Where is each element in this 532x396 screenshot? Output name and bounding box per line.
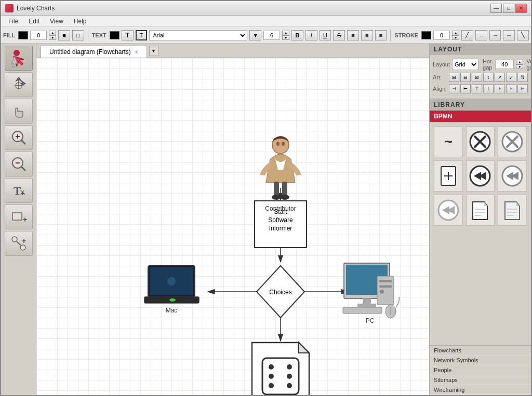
text-T-btn[interactable]: T <box>122 30 134 40</box>
bold-btn[interactable]: B <box>291 30 303 40</box>
start-text3: Informer <box>269 225 292 232</box>
arr-icon1[interactable]: ⊞ <box>449 73 459 82</box>
stroke-style1[interactable]: ╱ <box>461 30 473 40</box>
fill-label: FILL <box>3 32 15 38</box>
fill-color-box[interactable] <box>18 31 28 39</box>
stroke-style4[interactable]: ↔ <box>503 30 515 40</box>
lib-item-x-gray[interactable] <box>498 126 527 157</box>
font-select[interactable]: Arial Times New Roman Courier New <box>149 30 247 40</box>
hor-gap-down[interactable]: ▼ <box>516 64 523 69</box>
align-row: Align ⊣ ⊢ ⊤ ⊥ ⊦ ⊧ ⊨ <box>433 84 528 93</box>
rect-outline-btn[interactable]: □ <box>72 30 84 40</box>
close-button[interactable]: ✕ <box>515 4 527 13</box>
pan-tool[interactable] <box>5 72 33 97</box>
lib-item-document2[interactable] <box>498 195 527 226</box>
add-shape-tool[interactable]: + <box>5 204 33 229</box>
align-right-icon[interactable]: ⊤ <box>472 84 482 93</box>
lib-cat-wireframing[interactable]: Wireframing <box>430 385 531 395</box>
lib-cat-flowcharts[interactable]: Flowcharts <box>430 346 531 356</box>
strikethrough-btn[interactable]: S <box>333 30 345 40</box>
lib-item-rewind-black[interactable] <box>466 160 495 192</box>
grab-tool[interactable] <box>5 99 33 124</box>
align-center-v-icon[interactable]: ⊦ <box>495 84 505 93</box>
lib-item-rewind-gray2[interactable] <box>434 195 463 226</box>
tab-dropdown[interactable]: ▼ <box>149 46 158 56</box>
canvas-area: Untitled diagram (Flowcharts) × ▼ <box>36 44 429 395</box>
stroke-style3[interactable]: → <box>489 30 501 40</box>
rect-filled-btn[interactable]: ■ <box>58 30 70 40</box>
svg-point-17 <box>20 245 25 250</box>
svg-point-30 <box>272 195 281 200</box>
text-tool[interactable]: T + <box>5 178 33 203</box>
arr-icon3[interactable]: ⊠ <box>472 73 482 82</box>
text-color-box[interactable] <box>110 31 119 39</box>
zoom-in-tool[interactable] <box>5 125 33 150</box>
arr-icon7[interactable]: ⇅ <box>517 73 528 82</box>
add-connector-tool[interactable]: + <box>5 231 33 256</box>
window-controls: — □ ✕ <box>490 4 527 13</box>
arr-icon6[interactable]: ↙ <box>506 73 516 82</box>
svg-point-52 <box>287 383 292 388</box>
align-left-btn[interactable]: ≡ <box>347 30 359 40</box>
library-active-category[interactable]: BPMN <box>430 111 531 122</box>
stroke-color-box[interactable] <box>421 31 431 39</box>
select-tool[interactable] <box>5 46 33 71</box>
maximize-button[interactable]: □ <box>503 4 514 13</box>
arr-icon5[interactable]: ↗ <box>495 73 505 82</box>
svg-point-34 <box>169 298 176 302</box>
lib-cat-network[interactable]: Network Symbols <box>430 356 531 365</box>
align-right-btn[interactable]: ≡ <box>375 30 387 40</box>
svg-rect-29 <box>282 182 287 196</box>
align-center-h-icon[interactable]: ⊢ <box>460 84 471 93</box>
left-toolbar: T + + + <box>1 44 36 395</box>
font-size-input[interactable] <box>263 31 280 40</box>
arr-icon4[interactable]: ↕ <box>483 73 494 82</box>
lib-item-doc-plus[interactable] <box>434 160 463 192</box>
align-top-icon[interactable]: ⊥ <box>483 84 494 93</box>
lib-item-document1[interactable] <box>466 195 495 226</box>
menu-file[interactable]: File <box>3 17 23 26</box>
fill-value[interactable] <box>30 31 47 40</box>
library-items-scroll[interactable]: ~ <box>430 122 531 345</box>
lib-cat-sitemaps[interactable]: Sitemaps <box>430 375 531 385</box>
hor-gap-up[interactable]: ▲ <box>516 60 523 64</box>
stroke-down[interactable]: ▼ <box>452 35 459 40</box>
dropdown-btn[interactable]: ▼ <box>249 30 261 40</box>
align-bottom-icon[interactable]: ⊧ <box>506 84 516 93</box>
font-size-down[interactable]: ▼ <box>282 35 289 40</box>
hor-gap-input[interactable] <box>495 60 514 69</box>
tab-close-btn[interactable]: × <box>135 49 138 55</box>
lib-item-x-black[interactable] <box>466 126 495 157</box>
menu-edit[interactable]: Edit <box>23 17 45 26</box>
arr-icon2[interactable]: ⊟ <box>460 73 471 82</box>
menu-view[interactable]: View <box>45 17 69 26</box>
font-size-up[interactable]: ▲ <box>282 31 289 35</box>
diagram-tab[interactable]: Untitled diagram (Flowcharts) × <box>41 46 147 58</box>
fill-down[interactable]: ▼ <box>49 35 56 40</box>
fill-up[interactable]: ▲ <box>49 31 56 35</box>
menu-help[interactable]: Help <box>69 17 92 26</box>
stroke-style5[interactable]: ╲ <box>517 30 529 40</box>
layout-type-select[interactable]: Grid Tree Circle <box>452 59 478 70</box>
arr-label: Arr. <box>433 74 447 80</box>
toolbar: FILL ▲ ▼ ■ □ TEXT T T Arial Times New Ro… <box>1 27 531 44</box>
align-left-icon[interactable]: ⊣ <box>449 84 459 93</box>
align-dist-icon[interactable]: ⊨ <box>517 84 528 93</box>
minimize-button[interactable]: — <box>490 4 502 13</box>
stroke-style2[interactable]: - - <box>475 30 487 40</box>
zoom-out-tool[interactable] <box>5 152 33 176</box>
svg-rect-14 <box>12 213 22 220</box>
underline-btn[interactable]: U <box>320 30 331 40</box>
align-center-btn[interactable]: ≡ <box>361 30 373 40</box>
lib-item-tilde[interactable]: ~ <box>434 126 463 157</box>
layout-header: LAYOUT <box>430 44 531 55</box>
main-content: T + + + <box>1 44 531 395</box>
lib-cat-people[interactable]: People <box>430 365 531 375</box>
canvas[interactable]: Start Software Informer Choices <box>36 58 429 395</box>
text-outline-btn[interactable]: T <box>136 30 148 40</box>
stroke-value[interactable] <box>433 31 450 40</box>
lib-item-rewind-gray[interactable] <box>498 160 527 192</box>
italic-btn[interactable]: I <box>305 30 317 40</box>
stroke-up[interactable]: ▲ <box>452 31 459 35</box>
svg-point-0 <box>14 50 20 56</box>
